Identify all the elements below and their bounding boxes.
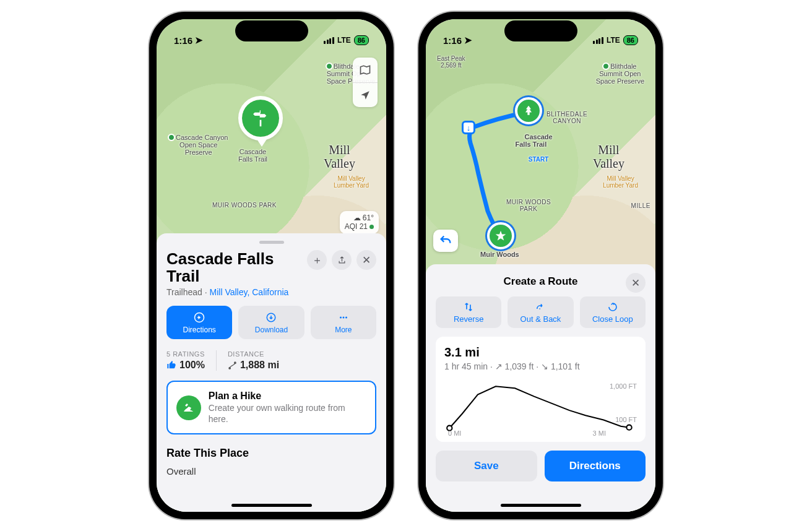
more-icon	[338, 312, 349, 323]
plan-subtitle: Create your own walking route from here.	[209, 403, 366, 425]
route-title: Create a Route	[504, 275, 578, 288]
park-label-2: Cascade Canyon Open Space Preserve	[169, 134, 228, 156]
route-start-pin[interactable]	[517, 100, 540, 122]
network-label: LTE	[337, 36, 351, 45]
star-icon	[495, 230, 507, 242]
clock: 1:16	[174, 35, 192, 46]
close-button[interactable]: ✕	[626, 273, 646, 293]
directions-button[interactable]: Directions	[166, 306, 232, 339]
weather-chip[interactable]: ☁ 61° AQI 21	[340, 211, 379, 234]
network-label: LTE	[607, 36, 620, 45]
download-label: Download	[255, 326, 288, 334]
plus-icon: ＋	[312, 253, 322, 267]
close-icon: ✕	[631, 277, 640, 290]
pin-tail	[257, 139, 267, 147]
add-button[interactable]: ＋	[307, 250, 327, 270]
x-label-0: 0 MI	[448, 430, 461, 437]
share-icon	[337, 256, 347, 265]
location-icon	[360, 90, 371, 101]
place-sheet: Cascade Falls Trail ＋ ✕ Trailhead · Mill…	[157, 233, 386, 512]
map-controls	[353, 58, 378, 107]
undo-button[interactable]	[433, 230, 458, 252]
close-icon: ✕	[362, 254, 371, 267]
share-button[interactable]	[332, 250, 352, 270]
map-mode-button[interactable]	[353, 58, 378, 82]
outback-label: Out & Back	[520, 314, 561, 324]
route-end-pin[interactable]	[490, 225, 512, 247]
battery-icon: 86	[623, 35, 638, 45]
location-link[interactable]: Mill Valley, California	[210, 287, 289, 297]
route-icon	[228, 361, 237, 370]
map-icon	[359, 64, 371, 76]
divider	[216, 350, 217, 371]
directions-icon	[194, 312, 205, 323]
svg-point-4	[345, 317, 347, 319]
elevation-chart[interactable]: 1,000 FT 100 FT 0 MI 3 MI	[444, 379, 637, 436]
clock: 1:16	[443, 35, 462, 46]
rate-section-title: Rate This Place	[166, 447, 376, 460]
stats-row: 5 RATINGS 100% DISTANCE 1,888 mi	[166, 350, 376, 371]
y-label-1000: 1,000 FT	[610, 382, 637, 390]
y-label-100: 100 FT	[615, 416, 637, 423]
plan-hike-card[interactable]: Plan a Hike Create your own walking rout…	[166, 381, 376, 434]
directions-button[interactable]: Directions	[545, 451, 646, 481]
closeloop-label: Close Loop	[592, 314, 633, 324]
location-arrow-icon: ➤	[464, 35, 472, 46]
reverse-button[interactable]: Reverse	[436, 296, 501, 328]
ratings-value: 100%	[166, 360, 205, 371]
ratings-count-label: 5 RATINGS	[166, 350, 205, 358]
pin-label: Cascade Falls Trail	[238, 148, 267, 163]
svg-point-3	[342, 317, 344, 319]
out-and-back-button[interactable]: Out & Back	[508, 296, 573, 328]
home-indicator[interactable]	[501, 504, 581, 507]
directions-label: Directions	[183, 326, 215, 334]
distance-label: DISTANCE	[228, 350, 279, 358]
dynamic-island	[235, 20, 308, 41]
cellular-icon	[593, 37, 603, 44]
location-arrow-icon: ➤	[195, 35, 203, 46]
svg-point-2	[340, 317, 342, 319]
elevation-card: 3.1 mi 1 hr 45 min · ↗ 1,039 ft · ↘ 1,10…	[436, 337, 646, 442]
battery-icon: 86	[354, 35, 369, 45]
download-button[interactable]: Download	[238, 306, 304, 339]
park-label-3: MUIR WOODS PARK	[212, 202, 277, 209]
place-subtitle: Trailhead · Mill Valley, California	[166, 287, 376, 297]
svg-point-8	[626, 425, 631, 430]
close-loop-button[interactable]: Close Loop	[580, 296, 646, 328]
close-button[interactable]: ✕	[356, 250, 376, 270]
aqi-dot-icon	[369, 225, 374, 229]
turn-marker[interactable]: ↓	[462, 121, 475, 134]
sheet-grabber[interactable]	[259, 241, 284, 244]
trailhead-pin[interactable]	[242, 100, 279, 137]
signpost-icon	[251, 108, 270, 128]
cellular-icon	[324, 37, 334, 44]
tree-icon	[522, 105, 535, 117]
loop-icon	[607, 301, 618, 313]
distance-value: 1,888 mi	[228, 360, 279, 371]
save-button[interactable]: Save	[436, 451, 537, 481]
phone-right: 1:16 ➤ LTE 86 East Peak 2,569 ft Blithda…	[418, 12, 663, 519]
hike-icon	[176, 395, 201, 420]
plan-title: Plan a Hike	[209, 391, 366, 402]
thumbs-up-icon	[166, 360, 176, 370]
phone-left: 1:16 ➤ LTE 86 Blithdale Summit Open Spac…	[149, 12, 394, 519]
city-label: Mill Valley	[324, 143, 355, 170]
out-back-icon	[535, 301, 546, 313]
place-title: Cascade Falls Trail	[166, 250, 302, 285]
route-sheet: Create a Route ✕ Reverse Out & Back Clos…	[426, 264, 655, 512]
rate-overall-label: Overall	[166, 466, 376, 480]
undo-icon	[439, 234, 452, 248]
x-label-3: 3 MI	[593, 430, 606, 437]
reverse-label: Reverse	[454, 314, 483, 324]
home-indicator[interactable]	[231, 504, 312, 507]
reverse-icon	[463, 301, 474, 313]
svg-point-6	[235, 362, 236, 364]
temp-value: 61°	[363, 214, 374, 222]
download-icon	[266, 312, 277, 323]
route-distance: 3.1 mi	[444, 345, 637, 360]
more-button[interactable]: More	[311, 306, 376, 339]
route-stats-line: 1 hr 45 min · ↗ 1,039 ft · ↘ 1,101 ft	[444, 361, 637, 371]
end-label: Muir Woods	[480, 251, 519, 258]
locate-me-button[interactable]	[353, 82, 378, 107]
dynamic-island	[504, 20, 577, 41]
